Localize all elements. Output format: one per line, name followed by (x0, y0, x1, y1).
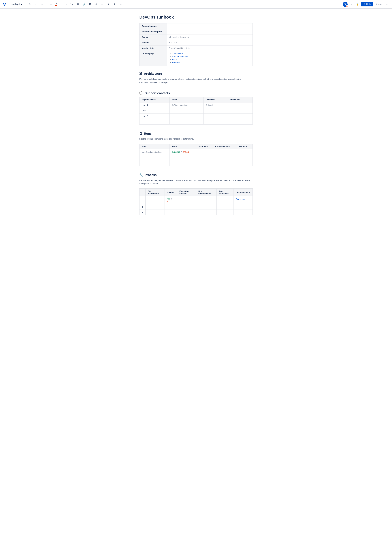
table-button[interactable]: ⊞ (106, 2, 111, 7)
process-heading-text[interactable]: Process (145, 173, 157, 177)
more-insert-button[interactable]: + ▾ (118, 2, 123, 7)
columns-button[interactable]: ⧉ (112, 2, 117, 7)
run-start-2[interactable] (196, 155, 213, 160)
more-insert-chevron: ▾ (121, 3, 122, 5)
info-value-version[interactable]: e.g., 2.3 (167, 40, 253, 46)
process-enabled-3[interactable] (164, 210, 177, 215)
runs-heading: 🗒 Runs (139, 132, 253, 135)
add-icon: + (351, 3, 352, 6)
page-title[interactable]: DevOps runbook (139, 15, 253, 20)
documentation-link-1[interactable]: Add a link (236, 198, 245, 200)
process-environments-3[interactable] (196, 210, 216, 215)
run-duration-1[interactable] (237, 149, 253, 155)
col-enabled: Enabled (164, 188, 177, 196)
link-architecture[interactable]: Architecture (172, 52, 183, 55)
support-contacts-heading-text[interactable]: Support contacts (145, 91, 170, 95)
col-start-time: Start time (196, 144, 213, 149)
process-location-2[interactable] (177, 204, 196, 210)
process-instructions-3[interactable] (146, 210, 165, 215)
run-start-3[interactable] (196, 160, 213, 166)
process-location-3[interactable] (177, 210, 196, 215)
close-button[interactable]: Close (374, 2, 383, 6)
process-enabled-2[interactable] (164, 204, 177, 210)
process-environments-1[interactable] (196, 196, 216, 204)
info-value-runbook-description[interactable] (167, 29, 253, 34)
mention-button[interactable]: @ (94, 2, 99, 7)
table-row (139, 160, 253, 166)
table-row: Runbook name (139, 23, 253, 29)
run-state-3[interactable] (169, 160, 196, 166)
expertise-level-empty[interactable] (139, 119, 169, 125)
run-completed-2[interactable] (213, 155, 237, 160)
heading-selector[interactable]: Heading 2 ▾ (9, 2, 23, 6)
link-runs[interactable]: Runs (172, 58, 177, 61)
lead-2[interactable] (203, 108, 226, 113)
run-duration-2[interactable] (237, 155, 253, 160)
image-icon: 🖼 (89, 3, 91, 6)
state-separator: / (181, 151, 182, 153)
emoji-button[interactable]: ☺ (100, 2, 105, 7)
run-name-3[interactable] (139, 160, 170, 166)
team-3[interactable] (169, 113, 203, 119)
architecture-heading-text[interactable]: Architecture (144, 72, 162, 76)
publish-button[interactable]: Publish (361, 2, 373, 6)
run-state-1: SUCCESS / ERROR (169, 149, 196, 155)
info-value-owner[interactable]: @ mention the owner (167, 34, 253, 40)
run-start-1[interactable] (196, 149, 213, 155)
runs-heading-text[interactable]: Runs (144, 132, 152, 135)
more-text-button[interactable]: ··· (39, 2, 44, 7)
contact-empty[interactable] (226, 119, 253, 125)
runs-icon: 🗒 (139, 132, 142, 135)
team-2[interactable] (169, 108, 203, 113)
emoji-icon: ☺ (101, 3, 103, 6)
italic-button[interactable]: I (33, 2, 38, 7)
lock-button[interactable]: 🔒 (355, 2, 360, 7)
info-value-runbook-name[interactable] (167, 23, 253, 29)
run-completed-1[interactable] (213, 149, 237, 155)
team-1[interactable]: @ Team members (169, 102, 203, 108)
process-conditions-1[interactable] (216, 196, 234, 204)
table-header-row: Name State Start time Completed time Dur… (139, 144, 253, 149)
process-conditions-3[interactable] (216, 210, 234, 215)
image-button[interactable]: 🖼 (88, 2, 92, 7)
process-documentation-2[interactable] (234, 204, 253, 210)
contact-3[interactable] (226, 113, 253, 119)
expertise-level-2[interactable]: Level 2 (139, 108, 169, 113)
run-completed-3[interactable] (213, 160, 237, 166)
process-documentation-1[interactable]: Add a link (234, 196, 253, 204)
expertise-level-3[interactable]: Level 3 (139, 113, 169, 119)
run-duration-3[interactable] (237, 160, 253, 166)
run-name-1[interactable]: e.g., Database backup (139, 149, 170, 155)
process-instructions-2[interactable] (146, 204, 165, 210)
process-documentation-3[interactable] (234, 210, 253, 215)
process-conditions-2[interactable] (216, 204, 234, 210)
lead-1[interactable]: @ Lead (203, 102, 226, 108)
run-state-2[interactable] (169, 155, 196, 160)
info-value-version-date[interactable]: Type // to add the date (167, 46, 253, 51)
link-process[interactable]: Process (172, 61, 180, 64)
link-icon: 🔗 (83, 3, 85, 6)
add-collaborator-button[interactable]: + (349, 2, 354, 7)
avatar[interactable]: CK (343, 2, 348, 7)
color-button[interactable]: A ▾ (54, 2, 59, 7)
info-label-version: Version (139, 40, 167, 46)
process-environments-2[interactable] (196, 204, 216, 210)
numbered-list-button[interactable]: ⒈≡ (69, 2, 74, 7)
team-empty[interactable] (169, 119, 203, 125)
lead-3[interactable] (203, 113, 226, 119)
overflow-menu-button[interactable]: ··· (385, 2, 390, 7)
link-support-contacts[interactable]: Support contacts (172, 55, 188, 58)
bold-button[interactable]: B (27, 2, 32, 7)
expertise-level-1[interactable]: Level 1 (139, 102, 169, 108)
run-name-2[interactable] (139, 155, 170, 160)
process-location-1[interactable] (177, 196, 196, 204)
architecture-description: Provide a high-level architectural diagr… (139, 77, 253, 84)
link-button[interactable]: 🔗 (81, 2, 86, 7)
lead-empty[interactable] (203, 119, 226, 125)
align-button[interactable]: ≡ ▾ (48, 2, 53, 7)
task-button[interactable]: ☑ (75, 2, 80, 7)
contact-2[interactable] (226, 108, 253, 113)
contact-1[interactable] (226, 102, 253, 108)
process-instructions-1[interactable] (146, 196, 165, 204)
bullet-list-button[interactable]: ⋮≡ (63, 2, 68, 7)
